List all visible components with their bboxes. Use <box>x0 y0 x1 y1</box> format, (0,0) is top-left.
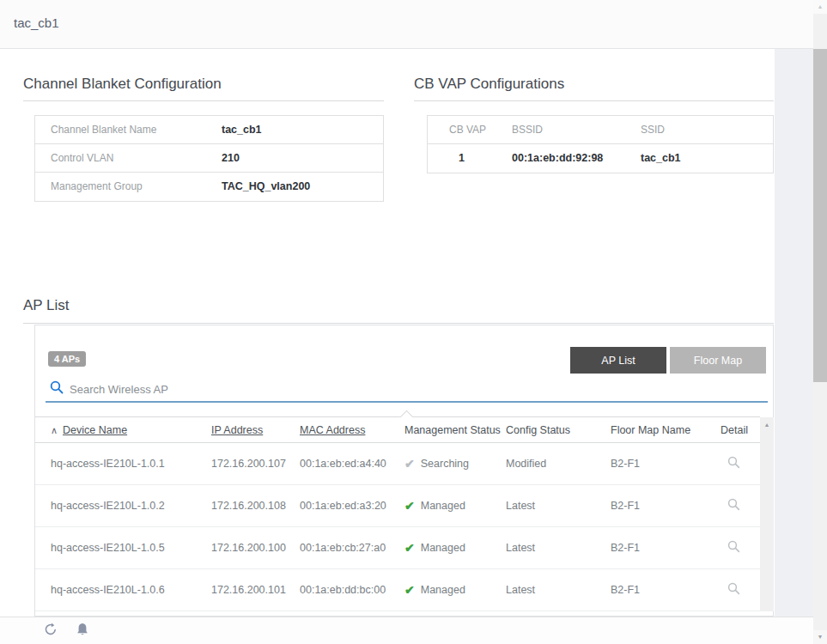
column-detail: Detail <box>721 424 760 436</box>
right-gutter <box>775 49 813 617</box>
vap-table-header: CB VAP BSSID SSID <box>428 116 773 144</box>
ap-list-view-button[interactable]: AP List <box>570 347 666 374</box>
ap-list-heading: AP List <box>23 297 70 314</box>
floor-map-name-cell: B2-F1 <box>611 584 721 596</box>
cb-config-value: 210 <box>222 152 240 164</box>
management-status-cell: ✔ Managed <box>404 541 506 555</box>
device-name-cell: hq-access-IE210L-1.0.2 <box>51 500 211 512</box>
vap-col-cbvap: CB VAP <box>449 124 486 136</box>
detail-magnifier-icon[interactable] <box>727 540 740 556</box>
config-status-cell: Latest <box>506 584 611 596</box>
check-icon: ✔ <box>404 499 415 513</box>
check-icon: ✔ <box>404 541 415 555</box>
detail-cell <box>721 498 760 513</box>
vap-config-table: CB VAP BSSID SSID 1 00:1a:eb:dd:92:98 ta… <box>427 115 774 173</box>
cb-config-value: TAC_HQ_vlan200 <box>222 180 310 192</box>
management-status-cell: ✔ Managed <box>404 499 506 513</box>
ap-table-row: hq-access-IE210L-1.0.6 172.16.200.101 00… <box>35 569 760 611</box>
app-root: tac_cb1 Channel Blanket Configuration Ch… <box>0 0 827 644</box>
detail-cell <box>721 540 760 556</box>
detail-magnifier-icon[interactable] <box>727 456 740 471</box>
page-scroll-down-icon[interactable]: ▼ <box>813 630 827 644</box>
page-scrollbar[interactable]: ▲ ▼ <box>813 0 827 644</box>
search-icon <box>50 380 64 398</box>
titlebar: tac_cb1 <box>0 0 827 49</box>
vap-table-row: 1 00:1a:eb:dd:92:98 tac_cb1 <box>428 144 773 173</box>
detail-magnifier-icon[interactable] <box>727 498 740 513</box>
ap-table-row: hq-access-IE210L-1.0.1 172.16.200.107 00… <box>35 443 760 485</box>
cb-config-row: Management Group TAC_HQ_vlan200 <box>35 173 383 201</box>
management-status-label: Managed <box>421 500 465 512</box>
ap-count-badge: 4 APs <box>48 351 86 367</box>
column-floor-map-name: Floor Map Name <box>611 424 721 436</box>
column-device-name[interactable]: ∧Device Name <box>51 424 211 436</box>
scroll-up-icon[interactable]: ▲ <box>760 417 774 432</box>
column-config-status: Config Status <box>506 424 611 436</box>
vap-config-divider <box>414 100 774 101</box>
floor-map-name-cell: B2-F1 <box>611 542 721 554</box>
cb-config-value: tac_cb1 <box>222 124 262 136</box>
device-name-cell: hq-access-IE210L-1.0.6 <box>51 584 211 596</box>
header-notch <box>400 410 414 424</box>
management-status-label: Searching <box>421 458 469 470</box>
mac-address-cell: 00:1a:eb:ed:a4:40 <box>300 458 404 470</box>
page-scrollbar-thumb[interactable] <box>813 49 827 382</box>
check-icon: ✔ <box>404 457 415 471</box>
cb-config-label: Management Group <box>51 180 143 192</box>
table-scrollbar[interactable]: ▲ <box>760 417 774 611</box>
management-status-label: Managed <box>421 542 465 554</box>
mac-address-cell: 00:1a:eb:ed:a3:20 <box>300 500 404 512</box>
floor-map-name-cell: B2-F1 <box>611 458 721 470</box>
mac-address-cell: 00:1a:eb:dd:bc:00 <box>300 584 404 596</box>
ap-list-card: 4 APs AP List Floor Map ∧Device Name IP … <box>34 325 774 617</box>
cb-config-label: Channel Blanket Name <box>51 124 156 136</box>
page-scroll-up-icon[interactable]: ▲ <box>813 0 827 14</box>
vap-col-bssid: BSSID <box>512 124 543 136</box>
cb-config-label: Control VLAN <box>51 152 113 164</box>
ap-table-row: hq-access-IE210L-1.0.2 172.16.200.108 00… <box>35 485 760 527</box>
column-mac-address[interactable]: MAC Address <box>300 424 404 436</box>
ap-table-row: hq-access-IE210L-1.0.5 172.16.200.100 00… <box>35 527 760 569</box>
vap-config-heading: CB VAP Configurations <box>414 76 564 93</box>
ip-address-cell: 172.16.200.107 <box>211 458 300 470</box>
floor-map-name-cell: B2-F1 <box>611 500 721 512</box>
config-status-cell: Latest <box>506 500 611 512</box>
ap-table-header: ∧Device Name IP Address MAC Address Mana… <box>35 416 760 443</box>
sort-asc-icon: ∧ <box>51 425 58 436</box>
page-title: tac_cb1 <box>14 15 59 30</box>
ap-table-body: hq-access-IE210L-1.0.1 172.16.200.107 00… <box>35 443 760 611</box>
ip-address-cell: 172.16.200.100 <box>211 542 300 554</box>
vap-value-bssid: 00:1a:eb:dd:92:98 <box>512 152 603 164</box>
mac-address-cell: 00:1a:eb:cb:27:a0 <box>300 542 404 554</box>
column-management-status: Management Status <box>404 424 506 436</box>
management-status-label: Managed <box>421 584 465 596</box>
management-status-cell: ✔ Managed <box>404 583 506 597</box>
vap-value-cbvap: 1 <box>459 152 465 164</box>
detail-magnifier-icon[interactable] <box>727 582 740 598</box>
floor-map-view-button[interactable]: Floor Map <box>670 347 766 374</box>
config-status-cell: Modified <box>506 458 611 470</box>
search-bar <box>46 375 768 403</box>
ip-address-cell: 172.16.200.101 <box>211 584 300 596</box>
vap-col-ssid: SSID <box>641 124 665 136</box>
notifications-bell-button[interactable] <box>76 622 89 640</box>
vap-table-body: 1 00:1a:eb:dd:92:98 tac_cb1 <box>428 144 773 173</box>
cb-config-heading: Channel Blanket Configuration <box>23 76 222 93</box>
detail-cell <box>721 456 760 471</box>
refresh-button[interactable] <box>43 622 58 640</box>
device-name-cell: hq-access-IE210L-1.0.5 <box>51 542 211 554</box>
cb-config-table: Channel Blanket Name tac_cb1 Control VLA… <box>34 115 384 202</box>
config-status-cell: Latest <box>506 542 611 554</box>
column-ip-address[interactable]: IP Address <box>211 424 300 436</box>
cb-config-row: Channel Blanket Name tac_cb1 <box>35 116 383 144</box>
management-status-cell: ✔ Searching <box>404 457 506 471</box>
footer-bar <box>0 617 813 644</box>
check-icon: ✔ <box>404 583 415 597</box>
search-input[interactable] <box>70 379 739 399</box>
ap-list-divider <box>23 323 774 324</box>
vap-value-ssid: tac_cb1 <box>641 152 681 164</box>
cb-config-divider <box>23 100 384 101</box>
ip-address-cell: 172.16.200.108 <box>211 500 300 512</box>
device-name-cell: hq-access-IE210L-1.0.1 <box>51 458 211 470</box>
detail-cell <box>721 582 760 598</box>
